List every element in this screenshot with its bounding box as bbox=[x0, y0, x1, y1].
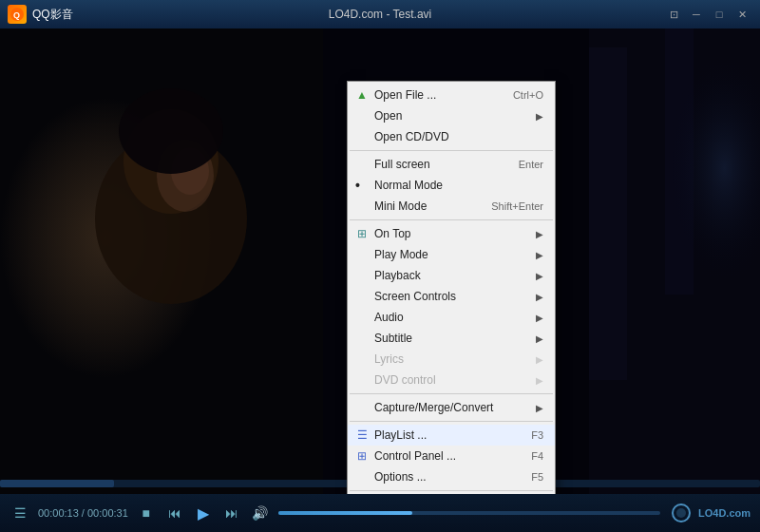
menu-open-cd[interactable]: Open CD/DVD bbox=[348, 126, 555, 147]
menu-on-top[interactable]: ⊞ On Top ▶ bbox=[348, 223, 555, 244]
menu-playback-label: Playback bbox=[374, 269, 421, 282]
menu-fullscreen[interactable]: Full screen Enter bbox=[348, 154, 555, 175]
app-name: QQ影音 bbox=[32, 7, 73, 23]
menu-options-label: Options ... bbox=[374, 470, 427, 484]
lo4d-icon bbox=[668, 504, 694, 522]
logo-right: LO4D.com bbox=[668, 504, 750, 522]
menu-playlist[interactable]: ☰ PlayList ... F3 bbox=[348, 425, 555, 446]
video-area: ▲ Open File ... Ctrl+O Open ▶ Open CD/DV… bbox=[0, 28, 760, 494]
window-title: LO4D.com - Test.avi bbox=[329, 8, 431, 21]
menu-on-top-label: On Top bbox=[374, 227, 410, 240]
context-menu: ▲ Open File ... Ctrl+O Open ▶ Open CD/DV… bbox=[347, 81, 556, 494]
separator-1 bbox=[350, 150, 553, 151]
play-button[interactable]: ▶ bbox=[193, 503, 214, 523]
titlebar: Q QQ影音 LO4D.com - Test.avi ⊡ ─ □ ✕ bbox=[0, 0, 760, 28]
menu-audio-label: Audio bbox=[374, 311, 404, 324]
open-file-icon: ▲ bbox=[353, 86, 370, 104]
close-button[interactable]: ✕ bbox=[732, 5, 752, 24]
menu-capture-label: Capture/Merge/Convert bbox=[374, 401, 493, 414]
fullscreen-shortcut: Enter bbox=[519, 159, 543, 170]
separator-4 bbox=[350, 421, 553, 422]
controlbar: ☰ 00:00:13 / 00:00:31 ■ ⏮ ▶ ⏭ 🔊 LO4D.com bbox=[0, 494, 760, 532]
menu-subtitle[interactable]: Subtitle ▶ bbox=[348, 328, 555, 349]
menu-open-label: Open bbox=[374, 109, 402, 123]
menu-screen-controls[interactable]: Screen Controls ▶ bbox=[348, 286, 555, 307]
menu-mini-mode[interactable]: Mini Mode Shift+Enter bbox=[348, 196, 555, 217]
control-panel-icon: ⊞ bbox=[353, 447, 370, 465]
menu-open-file-label: Open File ... bbox=[374, 88, 436, 102]
menu-control-panel[interactable]: ⊞ Control Panel ... F4 bbox=[348, 446, 555, 466]
menu-playback[interactable]: Playback ▶ bbox=[348, 265, 555, 286]
progress-fill bbox=[278, 511, 412, 515]
prev-button[interactable]: ⏮ bbox=[164, 503, 185, 523]
normal-mode-bullet: • bbox=[355, 178, 360, 193]
svg-text:Q: Q bbox=[13, 10, 20, 20]
separator-5 bbox=[350, 490, 553, 491]
menu-playlist-label: PlayList ... bbox=[374, 428, 427, 442]
separator-3 bbox=[350, 393, 553, 394]
stop-button[interactable]: ■ bbox=[136, 503, 157, 523]
titlebar-left: Q QQ影音 bbox=[8, 5, 73, 24]
menu-play-mode-label: Play Mode bbox=[374, 248, 428, 261]
menu-normal-mode[interactable]: • Normal Mode bbox=[348, 175, 555, 196]
maximize-button[interactable]: □ bbox=[709, 5, 730, 24]
menu-dvd-control: DVD control ▶ bbox=[348, 370, 555, 390]
volume-button[interactable]: 🔊 bbox=[250, 503, 271, 523]
menu-play-mode[interactable]: Play Mode ▶ bbox=[348, 244, 555, 265]
svg-point-8 bbox=[119, 88, 223, 174]
titlebar-controls: ⊡ ─ □ ✕ bbox=[663, 5, 752, 24]
app-logo: Q bbox=[8, 5, 27, 24]
on-top-icon: ⊞ bbox=[353, 225, 370, 242]
separator-2 bbox=[350, 219, 553, 220]
progress-bar[interactable] bbox=[278, 511, 660, 515]
menu-dvd-control-label: DVD control bbox=[374, 373, 436, 387]
menu-fullscreen-label: Full screen bbox=[374, 158, 430, 171]
control-panel-shortcut: F4 bbox=[531, 450, 543, 462]
menu-open-cd-label: Open CD/DVD bbox=[374, 130, 449, 143]
menu-lyrics-label: Lyrics bbox=[374, 352, 404, 366]
time-display: 00:00:13 / 00:00:31 bbox=[38, 507, 128, 519]
icon-button[interactable]: ⊡ bbox=[663, 5, 684, 24]
next-button[interactable]: ⏭ bbox=[221, 503, 242, 523]
menu-screen-controls-label: Screen Controls bbox=[374, 290, 456, 303]
open-file-shortcut: Ctrl+O bbox=[513, 89, 543, 101]
mini-mode-shortcut: Shift+Enter bbox=[491, 200, 543, 212]
menu-normal-mode-label: Normal Mode bbox=[374, 179, 443, 192]
options-shortcut: F5 bbox=[531, 471, 543, 483]
menu-button[interactable]: ☰ bbox=[10, 503, 30, 523]
menu-open-file[interactable]: ▲ Open File ... Ctrl+O bbox=[348, 85, 555, 105]
menu-mini-mode-label: Mini Mode bbox=[374, 200, 427, 213]
playlist-icon: ☰ bbox=[353, 427, 370, 444]
menu-capture[interactable]: Capture/Merge/Convert ▶ bbox=[348, 397, 555, 418]
menu-open[interactable]: Open ▶ bbox=[348, 105, 555, 126]
minimize-button[interactable]: ─ bbox=[686, 5, 707, 24]
menu-control-panel-label: Control Panel ... bbox=[374, 449, 456, 463]
menu-options[interactable]: Options ... F5 bbox=[348, 466, 555, 487]
playlist-shortcut: F3 bbox=[531, 429, 543, 441]
lo4d-text: LO4D.com bbox=[698, 507, 750, 519]
svg-rect-15 bbox=[0, 480, 114, 487]
svg-point-17 bbox=[676, 508, 686, 518]
menu-audio[interactable]: Audio ▶ bbox=[348, 307, 555, 328]
menu-lyrics: Lyrics ▶ bbox=[348, 349, 555, 370]
menu-subtitle-label: Subtitle bbox=[374, 332, 412, 345]
